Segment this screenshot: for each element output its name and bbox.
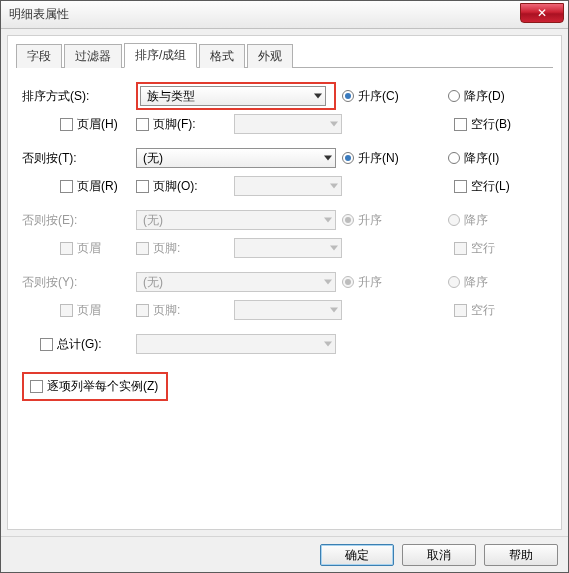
chevron-down-icon <box>330 122 338 127</box>
chevron-down-icon <box>324 342 332 347</box>
tab-body: 排序方式(S): 族与类型 升序(C) 降序(D) <box>16 68 553 525</box>
close-button[interactable]: ✕ <box>520 3 564 23</box>
tab-fields[interactable]: 字段 <box>16 44 62 68</box>
button-bar: 确定 取消 帮助 <box>1 536 568 572</box>
asc-radio-2[interactable]: 升序(N) <box>342 150 442 167</box>
then-by-e-label: 否则按(E): <box>22 212 130 229</box>
then-by-e-combo: (无) <box>136 210 336 230</box>
chevron-down-icon <box>324 280 332 285</box>
asc-radio-3: 升序 <box>342 212 442 229</box>
footer-check-3: 页脚: <box>136 240 228 257</box>
blank-check-2[interactable]: 空行(L) <box>454 178 553 195</box>
blank-check-3: 空行 <box>454 240 553 257</box>
titlebar: 明细表属性 ✕ <box>1 1 568 29</box>
header-check-2[interactable]: 页眉(R) <box>60 178 130 195</box>
asc-radio-1[interactable]: 升序(C) <box>342 88 442 105</box>
sort-by-label: 排序方式(S): <box>22 88 130 105</box>
then-by-y-combo: (无) <box>136 272 336 292</box>
blank-check-4: 空行 <box>454 302 553 319</box>
tab-sort-group[interactable]: 排序/成组 <box>124 43 197 68</box>
then-by-t-combo[interactable]: (无) <box>136 148 336 168</box>
then-by-t-label: 否则按(T): <box>22 150 130 167</box>
chevron-down-icon <box>330 184 338 189</box>
grand-total-check[interactable]: 总计(G): <box>22 336 130 353</box>
ok-button[interactable]: 确定 <box>320 544 394 566</box>
close-icon: ✕ <box>537 6 547 20</box>
dialog-window: 明细表属性 ✕ 字段 过滤器 排序/成组 格式 外观 排序方式(S): 族与类型 <box>0 0 569 573</box>
tab-filter[interactable]: 过滤器 <box>64 44 122 68</box>
window-title: 明细表属性 <box>9 6 69 23</box>
header-check-1[interactable]: 页眉(H) <box>60 116 130 133</box>
chevron-down-icon <box>324 218 332 223</box>
sort-by-highlight: 族与类型 <box>136 82 336 110</box>
footer-combo-1 <box>234 114 342 134</box>
chevron-down-icon <box>324 156 332 161</box>
then-by-y-label: 否则按(Y): <box>22 274 130 291</box>
blank-check-1[interactable]: 空行(B) <box>454 116 553 133</box>
footer-combo-3 <box>234 238 342 258</box>
cancel-button[interactable]: 取消 <box>402 544 476 566</box>
sort-by-value: 族与类型 <box>147 88 195 105</box>
footer-check-2[interactable]: 页脚(O): <box>136 178 228 195</box>
desc-radio-1[interactable]: 降序(D) <box>448 88 548 105</box>
client-area: 字段 过滤器 排序/成组 格式 外观 排序方式(S): 族与类型 升序(C) <box>7 35 562 530</box>
desc-radio-4: 降序 <box>448 274 548 291</box>
desc-radio-3: 降序 <box>448 212 548 229</box>
chevron-down-icon <box>330 308 338 313</box>
chevron-down-icon <box>314 94 322 99</box>
header-check-4: 页眉 <box>60 302 130 319</box>
footer-check-4: 页脚: <box>136 302 228 319</box>
desc-radio-2[interactable]: 降序(I) <box>448 150 548 167</box>
help-button[interactable]: 帮助 <box>484 544 558 566</box>
tab-appearance[interactable]: 外观 <box>247 44 293 68</box>
itemize-check[interactable]: 逐项列举每个实例(Z) <box>22 372 168 401</box>
footer-combo-4 <box>234 300 342 320</box>
chevron-down-icon <box>330 246 338 251</box>
tab-format[interactable]: 格式 <box>199 44 245 68</box>
then-by-t-value: (无) <box>143 150 163 167</box>
footer-combo-2 <box>234 176 342 196</box>
asc-radio-4: 升序 <box>342 274 442 291</box>
grand-total-combo <box>136 334 336 354</box>
footer-check-1[interactable]: 页脚(F): <box>136 116 228 133</box>
header-check-3: 页眉 <box>60 240 130 257</box>
tabstrip: 字段 过滤器 排序/成组 格式 外观 <box>16 44 553 68</box>
sort-by-combo[interactable]: 族与类型 <box>140 86 326 106</box>
